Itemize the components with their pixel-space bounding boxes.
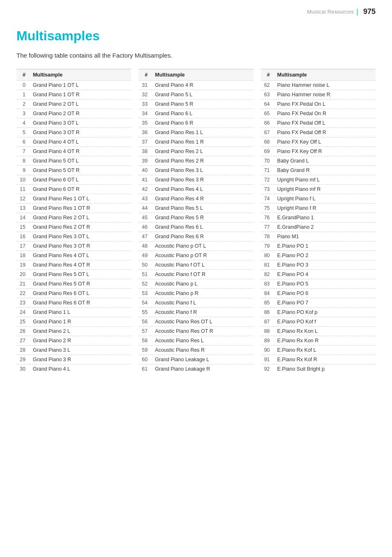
table-row: 29Grand Piano 3 R (16, 355, 131, 364)
row-number: 52 (138, 279, 152, 289)
row-number: 84 (261, 289, 274, 298)
table-row: 5Grand Piano 3 OT R (16, 128, 131, 137)
row-number: 82 (261, 270, 274, 279)
table-row: 0Grand Piano 1 OT L (16, 81, 131, 90)
table-row: 57Acoustic Piano Res OT R (138, 327, 253, 336)
row-multisample-name: Grand Piano Res 2 R (152, 156, 253, 166)
table-row: 56Acoustic Piano Res OT L (138, 317, 253, 327)
multisample-table-col-2: #Multisample62Piano Hammer noise L63Pian… (261, 69, 376, 374)
table-row: 33Grand Piano 5 R (138, 100, 253, 109)
row-multisample-name: E.Piano PO 6 (274, 289, 376, 298)
row-multisample-name: Grand Piano Res 3 OT L (30, 232, 131, 241)
row-number: 20 (16, 270, 30, 279)
row-number: 24 (16, 308, 30, 317)
row-number: 41 (138, 175, 152, 185)
row-number: 49 (138, 251, 152, 260)
row-multisample-name: Grand Piano 3 R (30, 355, 131, 364)
row-multisample-name: Grand Piano 6 OT L (30, 175, 131, 185)
row-number: 4 (16, 118, 30, 128)
table-row: 13Grand Piano Res 1 OT R (16, 204, 131, 213)
table-row: 73Upright Piano mf R (261, 185, 376, 194)
table-row: 91E.Piano Rx Kof R (261, 355, 376, 364)
row-multisample-name: Grand Piano Res 4 OT R (30, 260, 131, 270)
row-multisample-name: Grand Piano Res 1 OT L (30, 194, 131, 204)
table-row: 88E.Piano Rx Kon L (261, 327, 376, 336)
row-multisample-name: Grand Piano Res 5 L (152, 204, 253, 213)
row-number: 9 (16, 166, 30, 175)
table-row: 74Upright Piano f L (261, 194, 376, 204)
table-row: 23Grand Piano Res 6 OT R (16, 298, 131, 308)
row-multisample-name: Grand Piano Leakage R (152, 364, 253, 374)
table-row: 67Piano FX Pedal Off R (261, 128, 376, 137)
row-multisample-name: Piano Hammer noise L (274, 81, 376, 90)
table-row: 70Baby Grand L (261, 156, 376, 166)
row-number: 39 (138, 156, 152, 166)
row-multisample-name: Grand Piano 6 R (152, 118, 253, 128)
row-multisample-name: Grand Piano Res 2 L (152, 147, 253, 156)
row-number: 23 (16, 298, 30, 308)
table-row: 83E.Piano PO 5 (261, 279, 376, 289)
row-number: 38 (138, 147, 152, 156)
row-multisample-name: Piano FX Pedal On L (274, 100, 376, 109)
row-multisample-name: Acoustic Piano Res R (152, 346, 253, 355)
row-number: 40 (138, 166, 152, 175)
row-number: 57 (138, 327, 152, 336)
row-number: 77 (261, 223, 274, 232)
table-row: 79E.Piano PO 1 (261, 241, 376, 251)
row-multisample-name: E.GrandPiano 1 (274, 213, 376, 223)
row-multisample-name: Grand Piano 1 R (30, 317, 131, 327)
table-row: 40Grand Piano Res 3 L (138, 166, 253, 175)
row-multisample-name: Acoustic Piano p OT R (152, 251, 253, 260)
row-number: 16 (16, 232, 30, 241)
row-multisample-name: E.Piano PO 1 (274, 241, 376, 251)
table-row: 45Grand Piano Res 5 R (138, 213, 253, 223)
table-row: 80E.Piano PO 2 (261, 251, 376, 260)
row-number: 50 (138, 260, 152, 270)
row-multisample-name: Grand Piano Res 1 L (152, 128, 253, 137)
table-row: 12Grand Piano Res 1 OT L (16, 194, 131, 204)
row-multisample-name: Grand Piano 4 OT L (30, 137, 131, 147)
table-row: 50Acoustic Piano f OT L (138, 260, 253, 270)
row-multisample-name: Grand Piano 5 R (152, 100, 253, 109)
table-row: 71Baby Grand R (261, 166, 376, 175)
row-multisample-name: E.Piano Suit Bright p (274, 364, 376, 374)
table-row: 92E.Piano Suit Bright p (261, 364, 376, 374)
row-number: 13 (16, 204, 30, 213)
row-multisample-name: Acoustic Piano f L (152, 298, 253, 308)
row-number: 74 (261, 194, 274, 204)
row-number: 34 (138, 109, 152, 118)
row-multisample-name: Grand Piano 1 L (30, 308, 131, 317)
row-multisample-name: E.Piano PO Kof p (274, 308, 376, 317)
table-row: 44Grand Piano Res 5 L (138, 204, 253, 213)
row-multisample-name: Acoustic Piano p L (152, 279, 253, 289)
row-number: 21 (16, 279, 30, 289)
row-number: 66 (261, 118, 274, 128)
table-row: 68Piano FX Key Off L (261, 137, 376, 147)
row-number: 18 (16, 251, 30, 260)
row-multisample-name: Grand Piano 1 OT L (30, 81, 131, 90)
row-number: 63 (261, 90, 274, 100)
row-number: 90 (261, 346, 274, 355)
row-multisample-name: Acoustic Piano p OT L (152, 241, 253, 251)
row-number: 70 (261, 156, 274, 166)
row-number: 55 (138, 308, 152, 317)
table-row: 32Grand Piano 5 L (138, 90, 253, 100)
row-number: 68 (261, 137, 274, 147)
row-number: 87 (261, 317, 274, 327)
table-row: 62Piano Hammer noise L (261, 81, 376, 90)
col-1-header-1: Multisample (152, 69, 253, 81)
row-multisample-name: Grand Piano 6 L (152, 109, 253, 118)
table-row: 42Grand Piano Res 4 L (138, 185, 253, 194)
row-number: 65 (261, 109, 274, 118)
row-multisample-name: Piano FX Pedal Off R (274, 128, 376, 137)
row-multisample-name: Acoustic Piano Res OT R (152, 327, 253, 336)
row-multisample-name: Grand Piano Res 4 OT L (30, 251, 131, 260)
row-number: 44 (138, 204, 152, 213)
row-multisample-name: Acoustic Piano p R (152, 289, 253, 298)
row-number: 51 (138, 270, 152, 279)
row-number: 32 (138, 90, 152, 100)
row-multisample-name: Grand Piano 5 OT R (30, 166, 131, 175)
table-row: 58Acoustic Piano Res L (138, 336, 253, 346)
row-number: 8 (16, 156, 30, 166)
table-row: 11Grand Piano 6 OT R (16, 185, 131, 194)
